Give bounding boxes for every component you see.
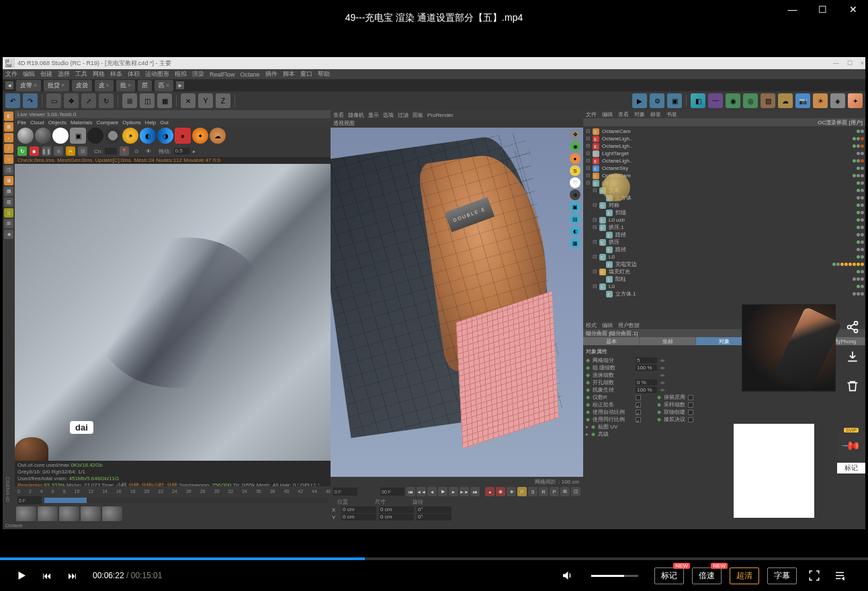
tag-icon[interactable]: ◈ — [830, 93, 845, 108]
menu-item[interactable]: 脚本 — [283, 70, 295, 79]
tree-row[interactable]: ◧扫描 — [584, 209, 864, 216]
white-icon[interactable] — [52, 128, 69, 144]
vp-nav-icon[interactable]: S — [570, 165, 580, 176]
viewport-menu-item[interactable]: 选项 — [383, 111, 394, 119]
undo-icon[interactable]: ↶ — [5, 93, 20, 108]
menu-item[interactable]: Octane — [241, 71, 260, 78]
tree-row[interactable]: ◧充电宝边 — [584, 261, 864, 268]
prev-key-icon[interactable]: ◄◄ — [417, 487, 426, 496]
octane-icon[interactable]: ✦ — [848, 93, 863, 108]
tab-prev-icon[interactable]: ◄ — [5, 81, 13, 89]
viewport-menu-item[interactable]: 查看 — [333, 111, 344, 119]
download-icon[interactable] — [843, 347, 862, 366]
record-icon[interactable]: ● — [485, 487, 494, 496]
play-button[interactable] — [12, 566, 31, 585]
lv-menu-item[interactable]: Compare — [96, 120, 118, 126]
frame-start-field[interactable]: 0 F — [17, 496, 42, 504]
attribute-row[interactable]: ◆使用同行比例◆服装决议 — [586, 416, 863, 423]
subtitle-button[interactable]: 字幕 — [767, 567, 797, 584]
strip-icon[interactable]: ▤ — [4, 187, 13, 196]
sun-icon[interactable]: ☀ — [122, 128, 138, 144]
stop-icon[interactable]: ■ — [30, 146, 39, 156]
menu-item[interactable]: 运动图形 — [145, 70, 169, 79]
next-frame-icon[interactable]: ► — [449, 487, 458, 496]
tree-row[interactable]: ⊟◧OctaneLigh.. — [584, 157, 864, 165]
rotate-icon[interactable]: ↻ — [99, 93, 114, 108]
lock-icon[interactable]: ⊕ — [54, 146, 63, 156]
key-icon[interactable]: ◈ — [507, 487, 516, 496]
attribute-row[interactable]: ◆仅数R◆保留原周 — [586, 394, 863, 401]
redo-icon[interactable]: ↷ — [23, 93, 38, 108]
deformer-icon[interactable]: ▨ — [761, 93, 775, 108]
tree-row[interactable]: ⊟◧OctaneLigh.. — [584, 142, 864, 150]
generator-icon[interactable]: ◎ — [743, 93, 758, 108]
pin-icon[interactable]: 📍 — [120, 146, 129, 156]
tree-row[interactable]: ⊟◧挤压 — [584, 238, 864, 246]
refresh-icon[interactable]: ↻ — [17, 146, 27, 156]
tree-row[interactable]: ⊟◧OctaneSky — [584, 165, 864, 172]
menu-item[interactable]: 插件 — [265, 70, 277, 79]
strip-icon[interactable]: ▣ — [4, 176, 13, 185]
tree-row[interactable]: ⊟◧L0 — [584, 253, 864, 261]
vp-nav-icon[interactable]: ✥ — [570, 129, 580, 140]
obj-menu-item[interactable]: 标签 — [650, 111, 661, 118]
tool-icon[interactable]: ▦ — [157, 93, 172, 108]
render-preview[interactable] — [15, 164, 331, 461]
pause-icon[interactable]: ❚❚ — [42, 146, 51, 156]
viewport-menu-item[interactable]: 过滤 — [398, 111, 408, 119]
select-icon[interactable]: ▭ — [46, 93, 61, 108]
floating-white-panel[interactable] — [734, 424, 814, 518]
menu-item[interactable]: 窗口 — [300, 70, 312, 79]
render-region-icon[interactable]: ▣ — [667, 93, 682, 108]
vp-nav-icon[interactable]: ▣ — [570, 201, 580, 212]
layout-tab[interactable]: 批贷× — [44, 80, 69, 91]
vp-nav-icon[interactable]: ⊕ — [570, 189, 580, 200]
lv-menu-item[interactable]: Options — [122, 120, 141, 126]
layout-tab[interactable]: 层 — [138, 80, 152, 91]
lv-menu-item[interactable]: Objects — [48, 120, 67, 126]
eye-icon[interactable]: 👁 — [144, 146, 153, 156]
goto-end-icon[interactable]: ⏭ — [470, 487, 480, 496]
tree-row[interactable]: ⊟◧挤压.1 — [584, 224, 864, 231]
menu-item[interactable]: 文件 — [5, 70, 17, 79]
menu-item[interactable]: 工具 — [75, 70, 87, 79]
tool-icon[interactable]: Z — [216, 93, 230, 108]
obj-menu-item[interactable]: 对象 — [634, 111, 645, 118]
vp-nav-icon[interactable]: ♡ — [570, 177, 580, 188]
attribute-row[interactable]: ◆使用自动比例◆双物创建 — [586, 408, 863, 416]
strip-icon[interactable]: ⊞ — [4, 219, 13, 228]
menu-item[interactable]: 选择 — [58, 70, 70, 79]
viewport-menu-item[interactable]: 显示 — [368, 111, 379, 119]
vp-nav-icon[interactable]: ▤ — [570, 214, 580, 224]
layout-tab[interactable]: 皮带× — [16, 80, 41, 91]
tree-row[interactable]: ⊟◧对称 — [584, 201, 864, 209]
timeline-ruler[interactable]: 0246810121416182022242628303234363840424… — [15, 486, 331, 496]
tree-row[interactable]: ⊟◧填充灯光 — [584, 268, 864, 275]
fullscreen-icon[interactable] — [805, 566, 824, 585]
next-key-icon[interactable]: ►► — [460, 487, 469, 496]
goto-start-icon[interactable]: ⏮ — [406, 487, 415, 496]
menu-item[interactable]: 网格 — [93, 70, 105, 79]
playlist-icon[interactable] — [830, 566, 849, 585]
obj-menu-item[interactable]: 文件 — [586, 111, 597, 118]
tree-row[interactable]: ⊟◧LightTarget — [584, 150, 864, 157]
tree-row[interactable]: ⊟◧L0 — [584, 283, 864, 290]
tab-next-icon[interactable]: ► — [176, 81, 184, 89]
prev-button[interactable]: ⏮ — [38, 566, 56, 585]
cloud-icon[interactable]: ☁ — [210, 128, 226, 144]
lv-menu-item[interactable]: Help — [145, 120, 156, 126]
coord-row[interactable]: Y0 cm0 cm0° — [332, 514, 582, 520]
attribute-row[interactable]: ▸◆高级 — [586, 430, 863, 438]
lv-menu-item[interactable]: File — [17, 120, 26, 126]
spline-icon[interactable]: 〰 — [708, 93, 723, 108]
floating-preview-thumbnail[interactable] — [742, 304, 836, 392]
sphere-icon[interactable] — [17, 128, 34, 144]
menu-item[interactable]: 渲染 — [192, 70, 204, 79]
strip-icon[interactable]: S — [4, 208, 13, 218]
menu-item[interactable]: 体积 — [128, 70, 140, 79]
render-icon[interactable]: ▶ — [632, 93, 647, 108]
svip-pin-button[interactable]: SVIP 📌 — [837, 432, 865, 460]
menu-item[interactable]: 帮助 — [318, 70, 330, 79]
tree-row[interactable]: ◧路径 — [584, 246, 864, 253]
vp-nav-icon[interactable]: ● — [570, 153, 580, 164]
